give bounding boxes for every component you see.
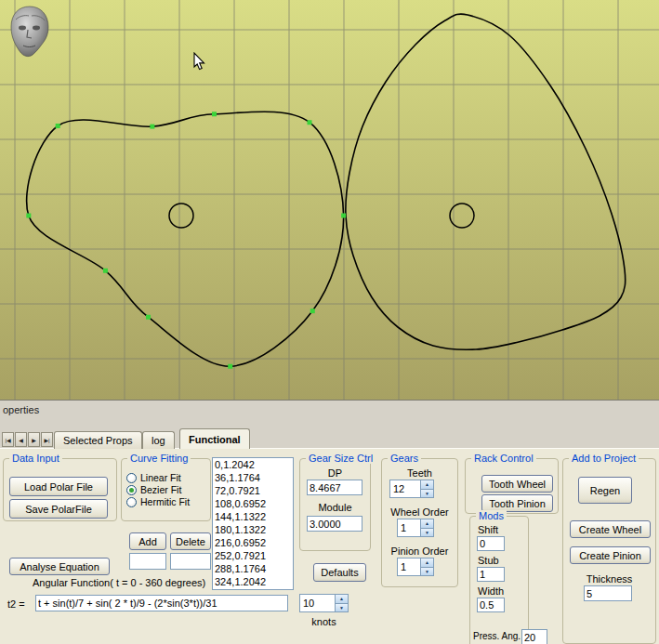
stub-label: Stub [478,555,499,566]
pressure-angle-input[interactable] [521,629,547,644]
pinion-order-label: Pinion Order [379,545,460,557]
teeth-input[interactable] [389,480,420,498]
knot-list-item[interactable]: 180,1.1322 [213,523,293,536]
knot-list-item[interactable]: 0,1.2042 [213,458,293,471]
add-knot-input[interactable] [129,553,166,570]
radio-label: Linear Fit [140,472,181,483]
spin-down-icon[interactable]: ▼ [420,528,434,538]
defaults-button[interactable]: Defaults [313,563,366,582]
dp-input[interactable] [307,480,362,495]
tab-selected-props[interactable]: Selected Props [54,431,142,449]
gear-size-group-title: Gear Size Ctrl [306,453,376,464]
tab-functional[interactable]: Functional [179,428,250,449]
tab-scroll-first-button[interactable]: |◀ [2,432,14,447]
hermitic-fit-radio[interactable]: Hermitic Fit [126,496,190,507]
radio-selected-icon[interactable] [126,485,137,495]
mods-group-title: Mods [476,510,507,521]
shift-input[interactable] [477,536,505,551]
wheel-order-label: Wheel Order [381,506,458,518]
knot-listbox[interactable]: 0,1.2042 36,1.1764 72,0.7921 108,0.6952 … [212,457,294,590]
width-input[interactable] [477,598,505,612]
pressure-angle-label: Press. Ang. [473,631,521,641]
knot-list-item[interactable]: 72,0.7921 [213,484,293,497]
thickness-label: Thickness [562,573,656,585]
data-input-group-title: Data Input [9,453,62,464]
knots-label: knots [299,616,349,627]
wheel-order-input[interactable] [397,519,420,537]
module-label: Module [299,502,371,513]
knot-list-item[interactable]: 144,1.1322 [213,510,293,523]
spin-up-icon[interactable]: ▲ [420,519,434,528]
radio-label: Hermitic Fit [140,496,190,507]
tab-log[interactable]: log [142,431,175,449]
knot-list-item[interactable]: 36,1.1764 [213,471,293,484]
spin-down-icon[interactable]: ▼ [420,567,434,577]
thickness-input[interactable] [584,585,632,601]
mouse-cursor [193,52,206,71]
shift-label: Shift [478,524,498,535]
panel-title: operties [3,404,39,415]
knot-list-item[interactable]: 216,0.6952 [213,536,293,549]
tooth-wheel-button[interactable]: Tooth Wheel [481,475,553,493]
pinion-order-spinner[interactable]: ▲ ▼ [397,558,434,576]
width-label: Width [478,585,504,597]
pinion-order-input[interactable] [397,558,420,576]
spin-down-icon[interactable]: ▼ [420,489,434,499]
add-knot-button[interactable]: Add [129,532,166,550]
knot-list-item[interactable]: 288,1.1764 [213,562,293,575]
knot-list-item[interactable]: 324,1.2042 [213,575,293,588]
bezier-fit-radio[interactable]: Bezier Fit [126,484,181,495]
add-to-project-group-title: Add to Project [569,453,639,464]
spin-down-icon[interactable]: ▼ [335,603,349,613]
module-input[interactable] [307,516,362,532]
spinner-buttons[interactable]: ▲ ▼ [420,480,434,498]
save-polar-file-button[interactable]: Save PolarFile [9,499,108,519]
spin-up-icon[interactable]: ▲ [420,480,434,489]
tab-scroll-last-button[interactable]: ▶| [41,432,53,447]
knot-list-item[interactable]: 108,0.6952 [213,497,293,510]
face-icon [7,5,53,60]
plot-canvas[interactable] [0,0,659,401]
gears-group-title: Gears [388,453,421,464]
analyse-equation-button[interactable]: Analyse Equation [9,558,110,575]
linear-fit-radio[interactable]: Linear Fit [126,472,181,483]
spinner-buttons[interactable]: ▲ ▼ [335,594,349,612]
regen-button[interactable]: Regen [578,477,632,504]
create-pinion-button[interactable]: Create Pinion [570,546,651,564]
angular-function-label: Angular Function( t = 0 - 360 degrees) [33,577,205,588]
wheel-order-spinner[interactable]: ▲ ▼ [397,519,434,537]
radio-label: Bezier Fit [140,484,181,495]
teeth-spinner[interactable]: ▲ ▼ [389,480,434,498]
curve-fitting-group-title: Curve Fitting [127,453,191,464]
spin-up-icon[interactable]: ▲ [335,594,349,603]
equation-input[interactable] [35,595,288,611]
equation-label: t2 = [7,598,25,610]
load-polar-file-button[interactable]: Load Polar File [9,477,108,496]
knots-value-input[interactable] [299,594,335,612]
knot-list-item[interactable]: 252,0.7921 [213,549,293,562]
radio-icon[interactable] [126,473,137,483]
spinner-buttons[interactable]: ▲ ▼ [420,558,434,576]
canvas-background [0,0,659,401]
rack-control-group-title: Rack Control [471,453,536,464]
radio-icon[interactable] [126,497,137,507]
design-canvas[interactable] [0,0,659,401]
teeth-label: Teeth [381,467,458,479]
tab-scroll-prev-button[interactable]: ◀ [15,432,27,447]
create-wheel-button[interactable]: Create Wheel [570,520,651,538]
spinner-buttons[interactable]: ▲ ▼ [420,519,434,537]
knots-spinner[interactable]: ▲ ▼ [299,594,349,612]
gear-design-app: operties |◀ ◀ ▶ ▶| Selected Props log Fu… [0,0,659,644]
delete-knot-input[interactable] [170,553,211,570]
delete-knot-button[interactable]: Delete [170,532,211,550]
dp-label: DP [299,467,371,479]
spin-up-icon[interactable]: ▲ [420,558,434,567]
tab-scroll-next-button[interactable]: ▶ [28,432,40,447]
stub-input[interactable] [477,567,505,582]
